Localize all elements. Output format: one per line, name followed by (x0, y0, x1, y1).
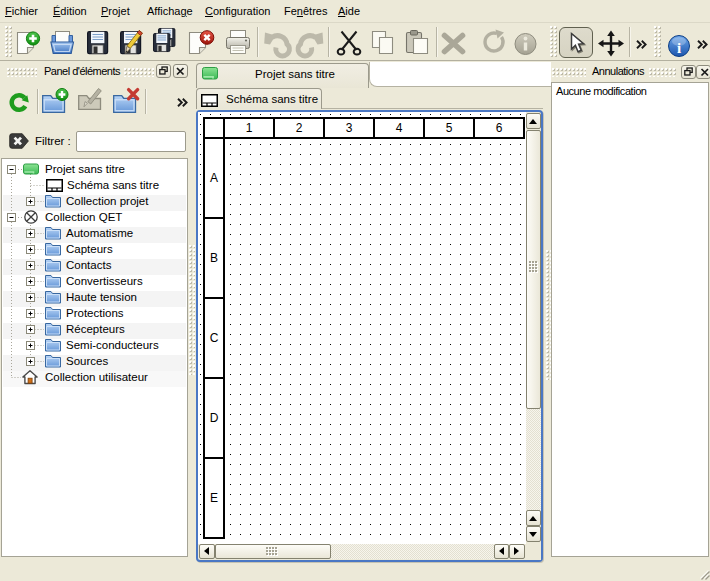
svg-text:2: 2 (296, 121, 303, 135)
svg-text:A: A (210, 171, 218, 185)
svg-text:6: 6 (496, 121, 503, 135)
svg-text:B: B (210, 251, 218, 265)
svg-text:1: 1 (246, 121, 253, 135)
svg-text:3: 3 (346, 121, 353, 135)
svg-text:4: 4 (396, 121, 403, 135)
svg-text:C: C (210, 331, 219, 345)
svg-text:5: 5 (446, 121, 453, 135)
svg-text:D: D (210, 411, 219, 425)
svg-text:E: E (210, 491, 218, 505)
svg-text:i: i (677, 40, 681, 56)
